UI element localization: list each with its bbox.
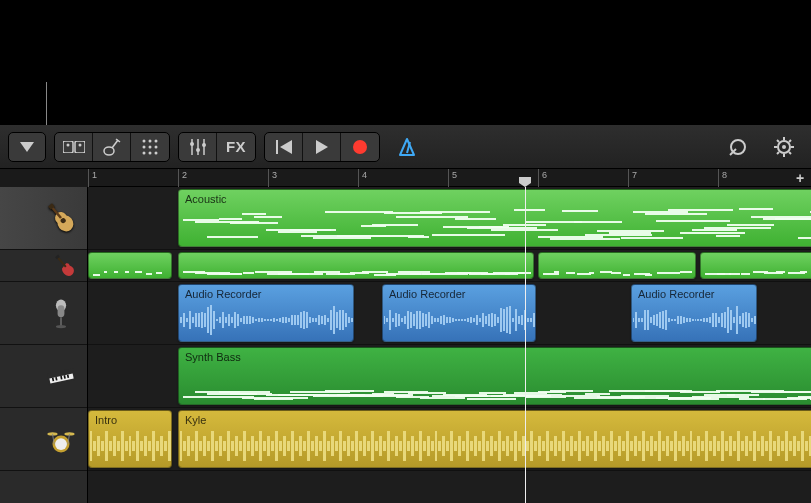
region[interactable]: Audio Recorder: [631, 284, 757, 342]
region[interactable]: Audio Recorder: [382, 284, 536, 342]
svg-point-22: [202, 143, 206, 147]
region[interactable]: Intro: [88, 410, 172, 468]
track-row[interactable]: IntroKyle: [88, 408, 811, 471]
settings-button[interactable]: [765, 132, 803, 162]
rewind-button[interactable]: [265, 133, 303, 161]
track-header-drums[interactable]: [0, 408, 87, 471]
svg-line-6: [112, 140, 118, 148]
svg-point-12: [149, 145, 152, 148]
svg-point-13: [155, 145, 158, 148]
region[interactable]: [700, 252, 811, 279]
region-label: Audio Recorder: [185, 288, 261, 300]
svg-line-37: [789, 140, 791, 142]
svg-line-38: [777, 152, 779, 154]
svg-marker-24: [280, 140, 292, 154]
ruler-tick: 2: [178, 169, 187, 187]
svg-point-20: [196, 148, 200, 152]
region[interactable]: [178, 252, 534, 279]
view-menu-button[interactable]: [8, 132, 46, 162]
region[interactable]: Synth Bass: [178, 347, 811, 405]
svg-point-58: [55, 438, 67, 450]
ruler-tick: 8: [718, 169, 727, 187]
record-icon: [353, 140, 367, 154]
fx-button[interactable]: FX: [217, 133, 255, 161]
region-label: Kyle: [185, 414, 206, 426]
track-row[interactable]: [88, 250, 811, 282]
svg-point-4: [78, 143, 81, 146]
region[interactable]: [88, 252, 172, 279]
ruler-tick: 3: [268, 169, 277, 187]
track-header-acoustic[interactable]: [0, 187, 87, 250]
track-row[interactable]: Audio RecorderAudio RecorderAudio Record…: [88, 282, 811, 345]
svg-rect-47: [58, 305, 65, 317]
region-label: Acoustic: [185, 193, 227, 205]
svg-rect-48: [60, 317, 62, 326]
loop-button[interactable]: [719, 132, 757, 162]
toolbar: FX: [0, 125, 811, 169]
drums-icon: [43, 421, 79, 457]
svg-point-14: [143, 151, 146, 154]
track-headers: [0, 187, 88, 503]
svg-point-18: [190, 142, 194, 146]
svg-point-16: [155, 151, 158, 154]
keyboard-icon: [43, 358, 79, 394]
play-button[interactable]: [303, 133, 341, 161]
svg-rect-2: [75, 141, 85, 153]
region[interactable]: Audio Recorder: [178, 284, 354, 342]
play-icon: [316, 140, 328, 154]
region-label: Intro: [95, 414, 117, 426]
region[interactable]: Acoustic: [178, 189, 811, 247]
microphone-icon: [43, 295, 79, 331]
svg-marker-0: [20, 142, 34, 152]
record-button[interactable]: [341, 133, 379, 161]
track-header-bass[interactable]: [0, 345, 87, 408]
apps-button[interactable]: [131, 133, 169, 161]
track-header-vocal[interactable]: [0, 282, 87, 345]
track-header-electric[interactable]: [0, 250, 87, 282]
svg-point-9: [149, 139, 152, 142]
svg-line-35: [777, 140, 779, 142]
region[interactable]: Kyle: [178, 410, 811, 468]
ruler-tick: 5: [448, 169, 457, 187]
ruler-tick: 4: [358, 169, 367, 187]
region-label: Audio Recorder: [389, 288, 465, 300]
acoustic-guitar-icon: [43, 200, 79, 236]
track-row[interactable]: Acoustic: [88, 187, 811, 250]
svg-point-10: [155, 139, 158, 142]
svg-rect-23: [276, 140, 278, 154]
ruler-tick: 7: [628, 169, 637, 187]
region-label: Audio Recorder: [638, 288, 714, 300]
ruler-tick: 6: [538, 169, 547, 187]
browser-button[interactable]: [55, 133, 93, 161]
mixer-button[interactable]: [179, 133, 217, 161]
svg-point-49: [56, 325, 66, 328]
svg-point-3: [66, 143, 69, 146]
tracks-area: AcousticAudio RecorderAudio RecorderAudi…: [0, 187, 811, 503]
svg-line-36: [789, 152, 791, 154]
add-bars-button[interactable]: +: [791, 169, 809, 187]
svg-point-8: [143, 139, 146, 142]
electric-guitar-icon: [51, 252, 79, 280]
svg-point-15: [149, 151, 152, 154]
svg-rect-1: [63, 141, 73, 153]
region[interactable]: [538, 252, 696, 279]
metronome-button[interactable]: [388, 132, 426, 162]
regions-canvas[interactable]: AcousticAudio RecorderAudio RecorderAudi…: [88, 187, 811, 503]
svg-point-30: [782, 145, 786, 149]
app-window: FX + 12345678 AcousticAudio RecorderAudi…: [0, 125, 811, 503]
region-label: Synth Bass: [185, 351, 241, 363]
svg-point-11: [143, 145, 146, 148]
track-row[interactable]: Synth Bass: [88, 345, 811, 408]
tuner-button[interactable]: [93, 133, 131, 161]
ruler-tick: 1: [88, 169, 97, 187]
timeline-ruler[interactable]: + 12345678: [88, 169, 811, 187]
